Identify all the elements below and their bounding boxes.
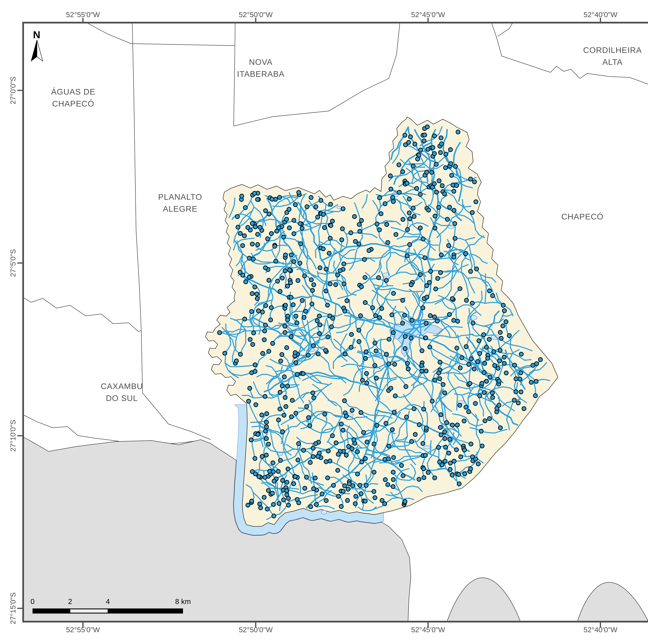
svg-text:ALTA: ALTA	[602, 57, 623, 66]
svg-text:4: 4	[106, 597, 110, 605]
svg-text:27°10'0"S: 27°10'0"S	[9, 420, 17, 452]
svg-text:0: 0	[31, 597, 35, 605]
svg-text:N: N	[33, 29, 40, 41]
svg-text:DO SUL: DO SUL	[106, 394, 138, 403]
svg-text:52°40'0"W: 52°40'0"W	[584, 626, 617, 634]
svg-text:CHAPECÓ: CHAPECÓ	[52, 99, 94, 108]
svg-text:27°0'0"S: 27°0'0"S	[9, 77, 17, 104]
svg-text:8 km: 8 km	[175, 597, 191, 605]
svg-text:27°5'0"S: 27°5'0"S	[9, 249, 17, 277]
svg-text:52°40'0"W: 52°40'0"W	[584, 10, 617, 19]
svg-text:52°45'0"W: 52°45'0"W	[411, 626, 445, 634]
svg-text:NOVA: NOVA	[249, 57, 273, 66]
svg-text:CAXAMBU: CAXAMBU	[101, 382, 143, 391]
svg-text:52°55'0"W: 52°55'0"W	[66, 10, 100, 19]
svg-text:2: 2	[68, 597, 72, 605]
svg-text:27°15'0"S: 27°15'0"S	[9, 592, 17, 624]
svg-text:52°50'0"W: 52°50'0"W	[239, 10, 273, 19]
svg-text:CORDILHEIRA: CORDILHEIRA	[583, 46, 642, 55]
svg-text:52°50'0"W: 52°50'0"W	[239, 626, 273, 634]
svg-text:CHAPECÓ: CHAPECÓ	[561, 212, 603, 221]
svg-text:PLANALTO: PLANALTO	[158, 192, 202, 201]
svg-text:ALEGRE: ALEGRE	[163, 204, 198, 213]
svg-text:ITABERABA: ITABERABA	[237, 69, 285, 79]
svg-text:ÁGUAS DE: ÁGUAS DE	[51, 87, 95, 96]
svg-text:52°55'0"W: 52°55'0"W	[66, 626, 100, 634]
svg-text:52°45'0"W: 52°45'0"W	[411, 10, 445, 19]
